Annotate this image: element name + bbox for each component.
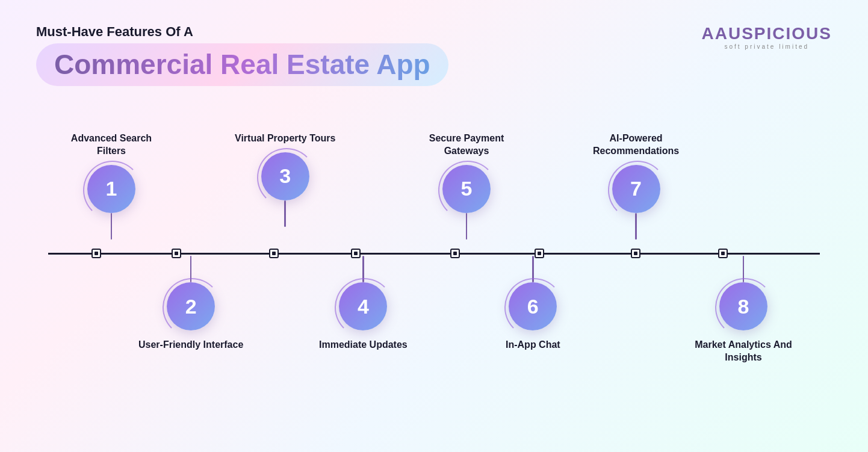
timeline-node-3 (269, 249, 279, 258)
feature-7-number: 7 (612, 165, 660, 213)
title-pill: Commercial Real Estate App (36, 43, 448, 86)
logo-text: AAUSPICIOUS (702, 24, 832, 43)
feature-4-label: Immediate Updates (319, 339, 408, 351)
feature-6-number: 6 (509, 282, 557, 330)
feature-4-number: 4 (339, 282, 387, 330)
feature-8-label: Market Analytics And Insights (689, 339, 798, 364)
feature-3-number: 3 (261, 152, 309, 200)
feature-5-label: Secure Payment Gateways (412, 132, 521, 158)
feature-8-number: 8 (719, 282, 767, 330)
feature-6-label: In-App Chat (506, 339, 560, 351)
feature-2-number: 2 (167, 282, 215, 330)
feature-3-label: Virtual Property Tours (235, 132, 335, 145)
timeline-line (48, 253, 820, 255)
timeline-node-7 (631, 249, 640, 258)
feature-2-label: User-Friendly Interface (138, 339, 243, 351)
timeline-section: Advanced Search Filters 1 Virtual Proper… (0, 132, 868, 385)
feature-7-label: AI-PoweredRecommendations (593, 132, 679, 158)
feature-6: 6 In-App Chat (506, 256, 560, 351)
feature-8: 8 Market Analytics And Insights (689, 256, 798, 364)
logo-accent: A (702, 24, 715, 43)
feature-1-number: 1 (87, 165, 135, 213)
timeline-node-1 (91, 249, 101, 258)
feature-1: Advanced Search Filters 1 (57, 132, 166, 240)
logo-subtitle: soft private limited (702, 43, 832, 50)
page-wrapper: Must-Have Features Of A Commercial Real … (0, 0, 868, 452)
logo-main: AUSPICIOUS (715, 24, 832, 43)
header-section: Must-Have Features Of A Commercial Real … (36, 24, 448, 86)
subtitle: Must-Have Features Of A (36, 24, 448, 40)
feature-2: 2 User-Friendly Interface (138, 256, 243, 351)
feature-7: AI-PoweredRecommendations 7 (593, 132, 679, 240)
feature-5-number: 5 (442, 165, 491, 213)
timeline-node-5 (450, 249, 460, 258)
feature-4: 4 Immediate Updates (319, 256, 408, 351)
logo: AAUSPICIOUS soft private limited (702, 24, 832, 50)
feature-5: Secure Payment Gateways 5 (412, 132, 521, 240)
feature-1-label: Advanced Search Filters (57, 132, 166, 158)
feature-3: Virtual Property Tours 3 (235, 132, 335, 227)
page-title: Commercial Real Estate App (54, 49, 430, 80)
